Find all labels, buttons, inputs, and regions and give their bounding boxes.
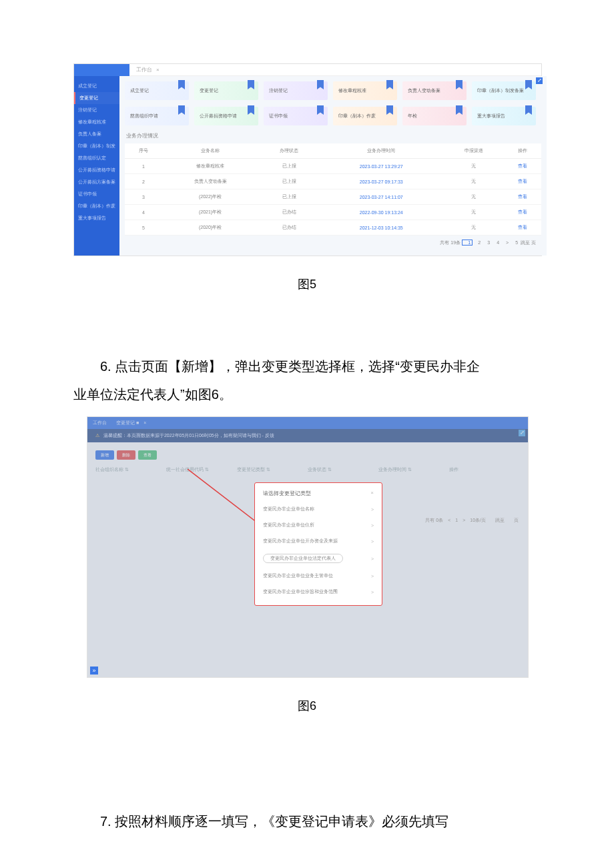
service-card[interactable]: 印章（副本）制发备案 xyxy=(472,81,536,100)
table-cell[interactable]: 查看 xyxy=(504,205,541,220)
table-cell: 2023-03-27 09:17:33 xyxy=(320,174,443,189)
sidebar-item[interactable]: 慈善组织认定 xyxy=(74,152,119,164)
modal-option-label: 变更民办非企业单位法定代表人 xyxy=(263,554,343,563)
table-cell: 已办结 xyxy=(258,205,319,220)
fig5-caption: 图5 xyxy=(0,276,614,292)
page-number[interactable]: 3 xyxy=(482,240,491,245)
sidebar-item[interactable]: 重大事项报告 xyxy=(74,212,119,224)
fig6-pager[interactable]: 共有 0条 < 1 > 10条/页 跳至 页 xyxy=(425,517,519,524)
page-number[interactable]: 1 xyxy=(462,240,473,246)
document-page: 工作台 × 成立登记 变更登记 注销登记 修改章程核准 负责人备案 印章（副本）… xyxy=(0,63,614,835)
table-cell: 已上报 xyxy=(258,159,319,174)
paragraph-7: 7. 按照材料顺序逐一填写，《变更登记申请表》必须先填写 xyxy=(0,807,614,835)
card-label: 公开募捐资格申请 xyxy=(200,113,237,119)
modal-option-label: 变更民办非企业单位宗旨和业务范围 xyxy=(263,588,338,595)
close-icon[interactable]: × xyxy=(370,490,374,497)
card-label: 印章（副本）作废 xyxy=(338,113,376,119)
table-header: 办理状态 xyxy=(258,143,319,159)
service-card[interactable]: 重大事项报告 xyxy=(472,107,536,125)
pager[interactable]: 共有 19条 1234>5 跳至 页 xyxy=(125,236,541,249)
sidebar-item[interactable]: 印章（副本）作废 xyxy=(74,200,119,212)
table-cell: 1 xyxy=(125,159,162,174)
card-label: 慈善组织申请 xyxy=(130,113,158,119)
table-header: 操作 xyxy=(504,143,541,159)
table-cell: 修改章程核准 xyxy=(162,159,259,174)
paragraph-6: 6. 点击页面【新增】，弹出变更类型选择框，选择“变更民办非企 业单位法定代表人… xyxy=(0,352,614,408)
chevron-right-icon: > xyxy=(371,539,374,544)
table-row: 1修改章程核准已上报2023-03-27 13:29:27无查看 xyxy=(125,159,541,174)
card-label: 修改章程核准 xyxy=(338,87,366,94)
chevron-right-icon: > xyxy=(371,523,374,528)
page-number[interactable]: 4 xyxy=(491,240,501,245)
modal-option[interactable]: 变更民办非企业单位法定代表人> xyxy=(255,549,382,568)
bookmark-icon xyxy=(456,80,463,89)
chevron-right-icon: > xyxy=(371,556,374,561)
modal-option[interactable]: 变更民办非企业单位业务主管单位> xyxy=(255,568,382,584)
fig5-app-window: 工作台 × 成立登记 变更登记 注销登记 修改章程核准 负责人备案 印章（副本）… xyxy=(73,63,542,256)
sidebar-item[interactable]: 印章（副本）制发 xyxy=(74,140,119,152)
table-cell: 已上报 xyxy=(258,189,319,205)
chevron-right-icon: > xyxy=(371,574,374,578)
modal-option[interactable]: 变更民办非企业单位开办资金及来源> xyxy=(255,533,382,549)
sidebar-item[interactable]: 修改章程核准 xyxy=(74,116,119,128)
card-label: 变更登记 xyxy=(200,87,218,94)
modal-list: 变更民办非企业单位名称>变更民办非企业单位住所>变更民办非企业单位开办资金及来源… xyxy=(255,501,382,600)
sidebar-item[interactable]: 注销登记 xyxy=(74,104,119,116)
sidebar-item-active[interactable]: 变更登记 xyxy=(74,92,119,104)
sidebar-item[interactable]: 公开募捐方案备案 xyxy=(74,176,119,188)
table-row: 3(2022)年检已上报2023-03-27 14:11:07无查看 xyxy=(125,189,541,205)
tab-close-icon[interactable]: × xyxy=(156,67,160,73)
service-card[interactable]: 年检 xyxy=(402,107,467,125)
bookmark-icon xyxy=(248,105,254,115)
sidebar-item[interactable]: 成立登记 xyxy=(74,80,119,92)
modal-option[interactable]: 变更民办非企业单位宗旨和业务范围> xyxy=(255,584,382,600)
modal-option-label: 变更民办非企业单位住所 xyxy=(263,522,314,528)
table-cell[interactable]: 查看 xyxy=(504,159,541,174)
table-header-row: 序号业务名称办理状态业务办理时间申报渠道操作 xyxy=(125,143,541,159)
service-card[interactable]: 负责人变动备案 xyxy=(402,81,467,100)
service-card[interactable]: 成立登记 xyxy=(125,81,189,100)
modal-option-label: 变更民办非企业单位名称 xyxy=(263,506,314,512)
expand-icon[interactable]: ⤢ xyxy=(536,77,543,84)
bookmark-icon xyxy=(525,105,532,115)
table-cell: 无 xyxy=(443,189,504,205)
table-cell: 2022-09-30 19:13:24 xyxy=(320,205,443,220)
card-label: 成立登记 xyxy=(130,87,149,94)
sidebar-item[interactable]: 证书申领 xyxy=(74,188,119,200)
table-body: 1修改章程核准已上报2023-03-27 13:29:27无查看2负责人变动备案… xyxy=(125,159,541,236)
card-row-1: 成立登记变更登记注销登记修改章程核准负责人变动备案印章（副本）制发备案 xyxy=(125,81,541,100)
table-cell[interactable]: 查看 xyxy=(504,220,541,236)
card-label: 印章（副本）制发备案 xyxy=(477,87,524,94)
bookmark-icon xyxy=(317,105,324,115)
workspace-tab[interactable]: 工作台 × xyxy=(129,64,541,76)
service-card[interactable]: 注销登记 xyxy=(264,81,328,100)
modal-option[interactable]: 变更民办非企业单位住所> xyxy=(255,517,382,533)
modal-option-label: 变更民办非企业单位开办资金及来源 xyxy=(263,538,338,544)
section-title: 业务办理情况 xyxy=(126,132,541,139)
page-number[interactable]: 2 xyxy=(473,240,482,245)
modal-title-text: 请选择变更登记类型 xyxy=(263,490,311,497)
table-cell: 3 xyxy=(125,189,162,205)
sidebar-item[interactable]: 公开募捐资格申请 xyxy=(74,164,119,176)
page-number[interactable]: > xyxy=(501,240,510,245)
service-card[interactable]: 印章（副本）作废 xyxy=(333,107,397,125)
table-header: 业务名称 xyxy=(162,143,259,159)
service-card[interactable]: 变更登记 xyxy=(194,81,258,100)
table-cell: 2 xyxy=(125,174,162,189)
table-cell[interactable]: 查看 xyxy=(504,174,541,189)
sidebar-item[interactable]: 负责人备案 xyxy=(74,128,119,140)
table-cell: 负责人变动备案 xyxy=(162,174,259,189)
service-card[interactable]: 慈善组织申请 xyxy=(125,107,189,125)
service-card[interactable]: 证书申领 xyxy=(264,107,328,125)
chevron-icon[interactable]: » xyxy=(90,667,98,675)
table-cell[interactable]: 查看 xyxy=(504,189,541,205)
page-number[interactable]: 5 xyxy=(510,240,519,245)
modal-option[interactable]: 变更民办非企业单位名称> xyxy=(255,501,382,517)
fig6-caption: 图6 xyxy=(0,698,614,714)
card-label: 重大事项报告 xyxy=(477,113,505,119)
service-card[interactable]: 公开募捐资格申请 xyxy=(194,107,258,125)
bookmark-icon xyxy=(178,105,185,115)
bookmark-icon xyxy=(317,80,324,89)
service-card[interactable]: 修改章程核准 xyxy=(333,81,397,100)
business-table: 序号业务名称办理状态业务办理时间申报渠道操作 1修改章程核准已上报2023-03… xyxy=(125,143,541,236)
